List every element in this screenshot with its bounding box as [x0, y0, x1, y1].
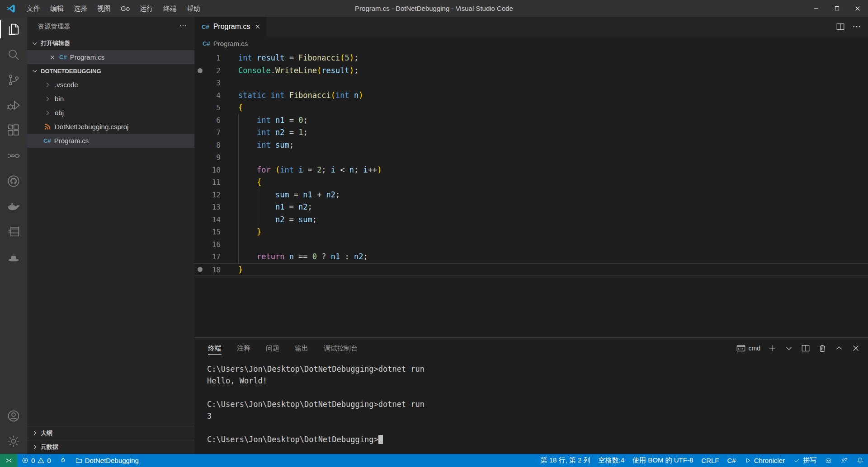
breakpoint-gutter[interactable] — [194, 226, 206, 238]
open-editors-section[interactable]: 打开编辑器 — [27, 37, 194, 50]
maximize-button[interactable] — [826, 0, 847, 17]
panel-tab-终端[interactable]: 终端 — [208, 338, 222, 358]
activity-docker-icon[interactable] — [0, 194, 27, 219]
breakpoint-gutter[interactable] — [194, 77, 206, 89]
remote-indicator[interactable] — [0, 454, 17, 467]
breakpoint-icon[interactable] — [198, 68, 203, 73]
terminal-output[interactable]: C:\Users\Jon\Desktop\DotNetDebugging>dot… — [194, 359, 868, 454]
status-indentation[interactable]: 空格数:4 — [594, 454, 629, 467]
status-notifications[interactable] — [852, 454, 868, 467]
breakpoint-gutter[interactable] — [194, 176, 206, 189]
breakpoint-gutter[interactable] — [194, 89, 206, 102]
menu-编辑[interactable]: 编辑 — [45, 0, 69, 17]
panel-tab-调试控制台[interactable]: 调试控制台 — [324, 338, 358, 358]
menu-文件[interactable]: 文件 — [22, 0, 45, 17]
close-editor-icon[interactable] — [49, 54, 56, 61]
minimize-button[interactable] — [806, 0, 826, 17]
tree-item-Program.cs[interactable]: C#Program.cs — [27, 134, 194, 148]
status-cursor-position[interactable]: 第 18 行, 第 2 列 — [537, 454, 594, 467]
breadcrumb[interactable]: C# Program.cs — [194, 37, 868, 50]
terminal-dropdown-icon[interactable] — [784, 343, 794, 353]
code-line-6[interactable]: 6 int n1 = 0; — [194, 114, 868, 127]
breakpoint-gutter[interactable] — [194, 151, 206, 164]
folder-section[interactable]: DOTNETDEBUGGING — [27, 64, 194, 78]
code-line-7[interactable]: 7 int n2 = 1; — [194, 126, 868, 139]
status-feedback[interactable] — [836, 454, 852, 467]
menu-选择[interactable]: 选择 — [69, 0, 92, 17]
status-copilot[interactable] — [821, 454, 836, 467]
activity-run-debug-icon[interactable] — [0, 93, 27, 118]
panel-tab-输出[interactable]: 输出 — [295, 338, 308, 358]
code-line-10[interactable]: 10 for (int i = 2; i < n; i++) — [194, 164, 868, 177]
problems-status[interactable]: 0 0 — [17, 454, 55, 467]
code-line-9[interactable]: 9 — [194, 151, 868, 164]
close-tab-icon[interactable] — [254, 23, 261, 30]
breakpoint-gutter[interactable] — [194, 139, 206, 152]
code-line-2[interactable]: 2Console.WriteLine(result); — [194, 65, 868, 77]
breakpoint-gutter[interactable] — [194, 238, 206, 251]
menu-Go[interactable]: Go — [116, 0, 135, 17]
code-line-13[interactable]: 13 n1 = n2; — [194, 201, 868, 214]
close-panel-icon[interactable] — [851, 343, 861, 353]
panel-tab-注释[interactable]: 注释 — [237, 338, 250, 358]
breakpoint-gutter[interactable] — [194, 214, 206, 226]
breakpoint-gutter[interactable] — [194, 251, 206, 263]
tree-item-DotNetDebugging.csproj[interactable]: DotNetDebugging.csproj — [27, 120, 194, 134]
code-line-15[interactable]: 15 } — [194, 226, 868, 238]
activity-search-icon[interactable] — [0, 42, 27, 67]
section-大纲[interactable]: 大纲 — [27, 426, 194, 440]
activity-extensions-icon[interactable] — [0, 118, 27, 143]
breakpoint-gutter[interactable] — [194, 264, 206, 276]
code-line-3[interactable]: 3 — [194, 77, 868, 89]
activity-hat-icon[interactable] — [0, 244, 27, 270]
activity-knot-icon[interactable] — [0, 143, 27, 168]
code-line-16[interactable]: 16 — [194, 238, 868, 251]
breakpoint-gutter[interactable] — [194, 65, 206, 77]
kill-terminal-icon[interactable] — [817, 343, 827, 353]
more-actions-icon[interactable] — [852, 22, 862, 32]
breadcrumb-item[interactable]: Program.cs — [213, 40, 248, 47]
breakpoint-gutter[interactable] — [194, 164, 206, 177]
breakpoint-gutter[interactable] — [194, 114, 206, 127]
code-line-4[interactable]: 4static int Fibonacci(int n) — [194, 89, 868, 102]
breakpoint-gutter[interactable] — [194, 201, 206, 214]
tree-item-bin[interactable]: bin — [27, 92, 194, 106]
menu-视图[interactable]: 视图 — [92, 0, 116, 17]
menu-帮助[interactable]: 帮助 — [182, 0, 205, 17]
code-line-12[interactable]: 12 sum = n1 + n2; — [194, 189, 868, 201]
activity-source-control-icon[interactable] — [0, 67, 27, 93]
activity-windows-icon[interactable] — [0, 219, 27, 244]
activity-account-icon[interactable] — [0, 403, 27, 429]
code-line-11[interactable]: 11 { — [194, 176, 868, 189]
activity-github-icon[interactable] — [0, 168, 27, 194]
breakpoint-icon[interactable] — [198, 267, 203, 272]
explorer-more-actions-icon[interactable] — [179, 22, 187, 32]
code-line-8[interactable]: 8 int sum; — [194, 139, 868, 152]
flame-status[interactable] — [55, 454, 71, 467]
breakpoint-gutter[interactable] — [194, 52, 206, 65]
status-eol[interactable]: CRLF — [697, 454, 723, 467]
open-editor-Program.cs[interactable]: C#Program.cs — [27, 50, 194, 64]
menu-终端[interactable]: 终端 — [158, 0, 182, 17]
code-line-5[interactable]: 5{ — [194, 102, 868, 114]
status-language[interactable]: C# — [723, 454, 740, 467]
breakpoint-gutter[interactable] — [194, 189, 206, 201]
new-terminal-icon[interactable] — [767, 343, 777, 353]
split-editor-icon[interactable] — [835, 22, 845, 32]
code-editor[interactable]: 1int result = Fibonacci(5);2Console.Writ… — [194, 50, 868, 337]
split-terminal-icon[interactable] — [801, 343, 811, 353]
breakpoint-gutter[interactable] — [194, 102, 206, 114]
tab-program-cs[interactable]: C# Program.cs — [194, 17, 267, 37]
terminal-shell-selector[interactable]: C:\cmd — [736, 343, 760, 353]
status-spell-check[interactable]: 拼写 — [789, 454, 821, 467]
status-chronicler[interactable]: Chronicler — [740, 454, 789, 467]
code-line-18[interactable]: 18} — [194, 263, 868, 276]
tree-item-.vscode[interactable]: .vscode — [27, 78, 194, 92]
maximize-panel-icon[interactable] — [834, 343, 844, 353]
code-line-1[interactable]: 1int result = Fibonacci(5); — [194, 52, 868, 65]
workspace-folder-status[interactable]: DotNetDebugging — [71, 454, 143, 467]
activity-explorer-icon[interactable] — [0, 17, 27, 42]
tree-item-obj[interactable]: obj — [27, 106, 194, 120]
code-line-14[interactable]: 14 n2 = sum; — [194, 214, 868, 226]
code-line-17[interactable]: 17 return n == 0 ? n1 : n2; — [194, 251, 868, 263]
